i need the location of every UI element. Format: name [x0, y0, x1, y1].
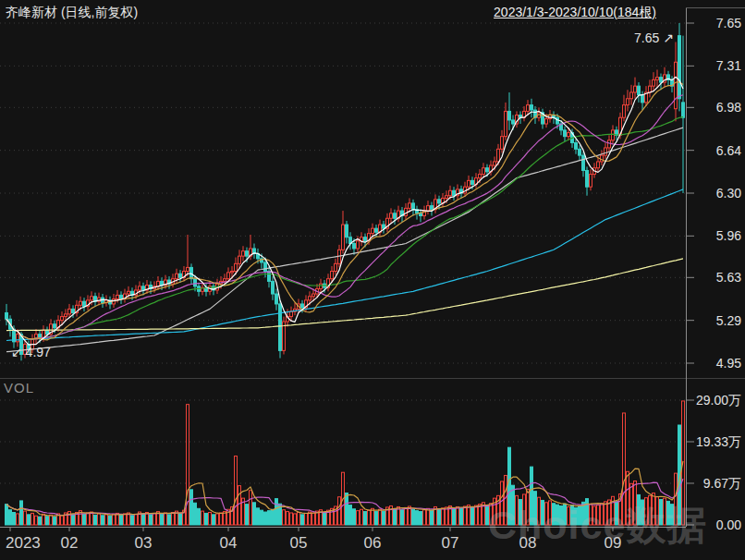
stock-chart-window: 齐峰新材 (日线,前复权) 2023/1/3-2023/10/10(184根) …	[0, 0, 745, 560]
price-tick-label: 7.65	[691, 16, 741, 30]
chart-plot-area[interactable]	[0, 0, 745, 560]
month-label: 05	[271, 534, 326, 553]
price-tick-label: 6.30	[691, 186, 741, 201]
month-label: 09	[585, 534, 641, 553]
price-tick-label: 4.95	[691, 356, 741, 371]
volume-pane-label: VOL	[4, 380, 34, 396]
price-tick-label: 5.63	[691, 270, 741, 285]
month-label: 02	[42, 534, 97, 553]
stock-title: 齐峰新材 (日线,前复权)	[6, 5, 138, 21]
volume-tick-label: 19.33万	[691, 434, 741, 451]
month-label: 08	[500, 534, 556, 553]
price-tick-label: 5.96	[691, 228, 741, 243]
month-label: 07	[422, 534, 478, 553]
price-tick-label: 6.64	[691, 143, 741, 158]
volume-tick-label: 0.00	[691, 517, 741, 532]
price-tick-label: 6.98	[691, 100, 741, 115]
period-high-annotation: 7.65 ↗	[634, 30, 674, 45]
period-low-annotation: ↙ 4.97	[11, 345, 51, 359]
month-label: 03	[116, 534, 171, 553]
month-label: 06	[345, 534, 400, 553]
volume-tick-label: 9.67万	[691, 476, 741, 493]
date-range-link[interactable]: 2023/1/3-2023/10/10(184根)	[494, 5, 656, 21]
month-label: 04	[201, 534, 256, 553]
price-tick-label: 7.31	[691, 58, 741, 73]
price-tick-label: 5.29	[691, 313, 741, 328]
volume-tick-label: 29.00万	[691, 393, 741, 409]
